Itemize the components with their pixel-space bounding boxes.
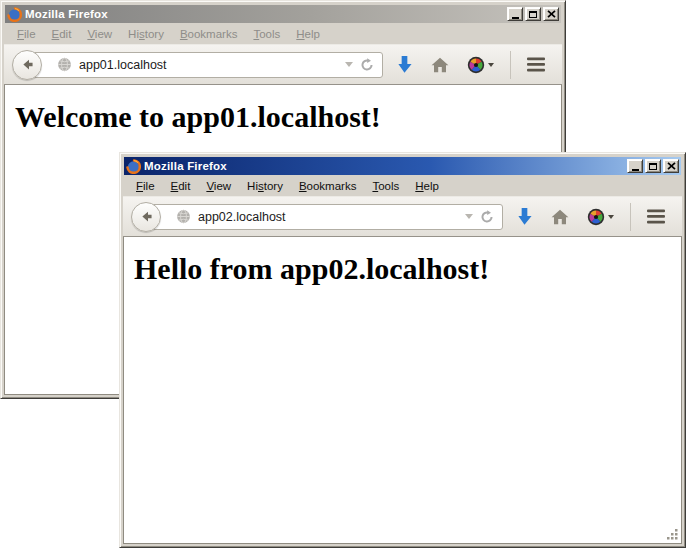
close-icon — [667, 162, 676, 170]
back-button[interactable] — [131, 202, 161, 232]
menu-bookmarks[interactable]: Bookmarks — [172, 25, 246, 43]
home-icon — [431, 57, 449, 73]
url-bar[interactable]: app02.localhost — [151, 204, 503, 230]
home-button[interactable] — [426, 50, 454, 80]
page-heading: Hello from app02.localhost! — [134, 252, 673, 286]
title-bar[interactable]: Mozilla Firefox — [124, 157, 681, 175]
menu-view[interactable]: View — [79, 25, 120, 43]
window-title: Mozilla Firefox — [25, 8, 504, 20]
close-icon — [547, 10, 556, 18]
maximize-button[interactable] — [525, 7, 541, 21]
reload-icon[interactable] — [480, 210, 494, 224]
title-bar[interactable]: Mozilla Firefox — [5, 5, 561, 23]
download-icon — [396, 55, 413, 74]
desktop: Mozilla Firefox File Edit View History B… — [0, 0, 688, 551]
url-text[interactable]: app02.localhost — [198, 210, 458, 224]
close-button[interactable] — [543, 7, 559, 21]
hamburger-menu-icon — [527, 57, 545, 72]
download-button[interactable] — [511, 202, 538, 232]
navigation-toolbar: app01.localhost — [4, 44, 562, 85]
site-globe-icon[interactable] — [176, 209, 191, 224]
page-content: Hello from app02.localhost! — [123, 237, 682, 544]
back-arrow-icon — [139, 209, 154, 224]
page-heading: Welcome to app01.localhost! — [15, 100, 553, 134]
minimize-button[interactable] — [507, 7, 523, 21]
minimize-icon — [632, 169, 639, 171]
home-icon — [551, 209, 569, 225]
url-text[interactable]: app01.localhost — [79, 58, 338, 72]
menu-bar: File Edit View History Bookmarks Tools H… — [4, 23, 562, 44]
window-title: Mozilla Firefox — [144, 160, 624, 172]
addon-color-wheel-button[interactable] — [582, 202, 619, 232]
navigation-toolbar: app02.localhost — [123, 196, 682, 237]
resize-grip[interactable] — [665, 527, 679, 541]
menu-button[interactable] — [522, 50, 550, 80]
toolbar-separator — [510, 51, 511, 79]
firefox-icon — [7, 7, 22, 22]
url-bar[interactable]: app01.localhost — [32, 52, 383, 78]
menu-button[interactable] — [642, 202, 670, 232]
menu-bar: File Edit View History Bookmarks Tools H… — [123, 175, 682, 196]
menu-view[interactable]: View — [198, 177, 239, 195]
menu-tools[interactable]: Tools — [245, 25, 288, 43]
close-button[interactable] — [663, 159, 679, 173]
menu-help[interactable]: Help — [407, 177, 447, 195]
browser-window-app02[interactable]: Mozilla Firefox File Edit View History B… — [119, 152, 686, 548]
site-globe-icon[interactable] — [57, 57, 72, 72]
download-button[interactable] — [391, 50, 418, 80]
menu-file[interactable]: File — [128, 177, 163, 195]
urlbar-dropdown-icon[interactable] — [465, 214, 473, 219]
maximize-button[interactable] — [645, 159, 661, 173]
maximize-icon — [649, 163, 657, 170]
color-wheel-icon — [467, 56, 485, 74]
menu-file[interactable]: File — [9, 25, 44, 43]
menu-edit[interactable]: Edit — [163, 177, 199, 195]
urlbar-dropdown-icon[interactable] — [345, 62, 353, 67]
addon-dropdown-icon — [608, 215, 614, 219]
addon-dropdown-icon — [488, 63, 494, 67]
toolbar-separator — [630, 203, 631, 231]
addon-color-wheel-button[interactable] — [462, 50, 499, 80]
window-controls — [627, 159, 679, 173]
minimize-icon — [512, 17, 519, 19]
back-button[interactable] — [12, 50, 42, 80]
reload-icon[interactable] — [360, 58, 374, 72]
maximize-icon — [529, 11, 537, 18]
menu-history[interactable]: History — [239, 177, 291, 195]
download-icon — [516, 207, 533, 226]
hamburger-menu-icon — [647, 209, 665, 224]
back-arrow-icon — [20, 57, 35, 72]
minimize-button[interactable] — [627, 159, 643, 173]
window-controls — [507, 7, 559, 21]
resize-grip-icon — [665, 527, 679, 541]
menu-edit[interactable]: Edit — [44, 25, 80, 43]
firefox-icon — [126, 159, 141, 174]
menu-help[interactable]: Help — [288, 25, 328, 43]
home-button[interactable] — [546, 202, 574, 232]
menu-tools[interactable]: Tools — [364, 177, 407, 195]
menu-bookmarks[interactable]: Bookmarks — [291, 177, 365, 195]
menu-history[interactable]: History — [120, 25, 172, 43]
color-wheel-icon — [587, 208, 605, 226]
